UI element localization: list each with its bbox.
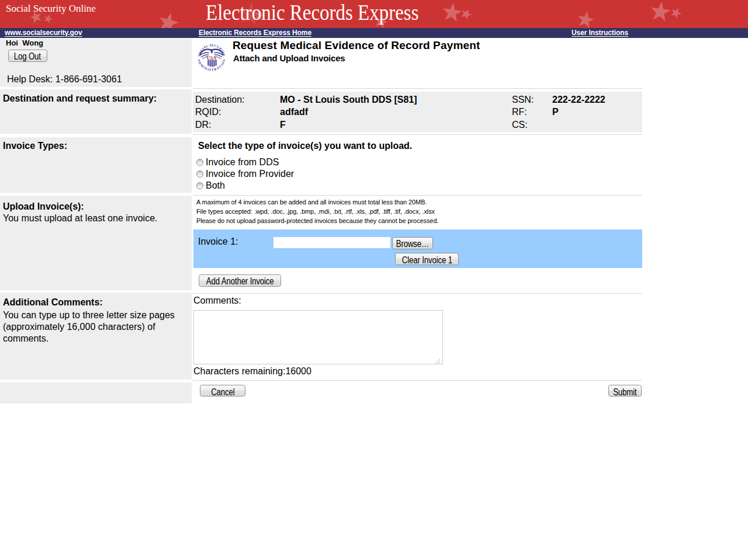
svg-text:USA: USA	[207, 55, 216, 61]
